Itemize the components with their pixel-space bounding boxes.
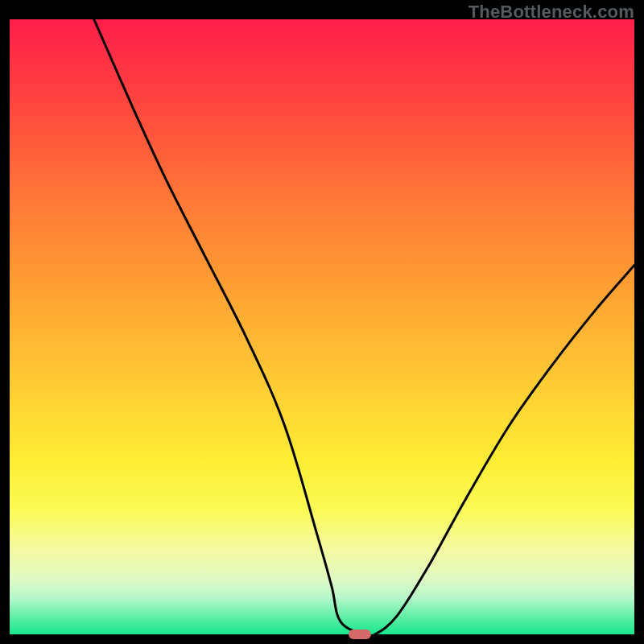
chart-frame: TheBottleneck.com [0,0,644,644]
curve-layer [10,19,634,634]
optimal-marker [349,630,371,639]
plot-area [10,19,634,634]
bottleneck-curve [94,19,634,634]
